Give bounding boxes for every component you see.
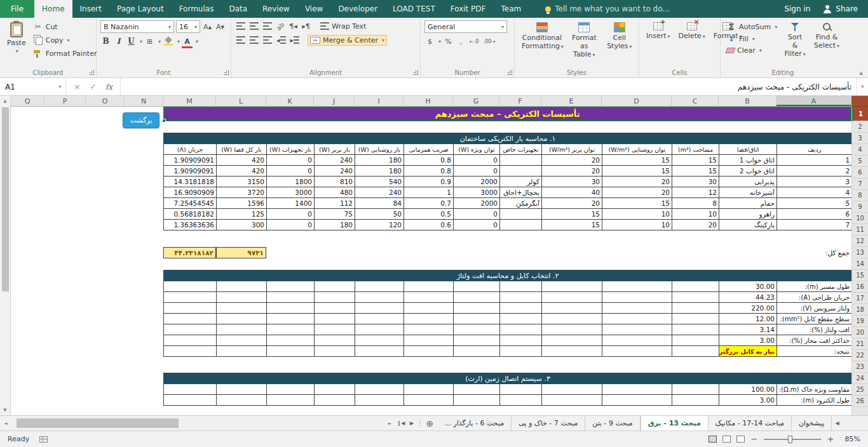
format-painter-button[interactable]: Format Painter <box>31 48 99 59</box>
empty-cell[interactable] <box>454 384 500 395</box>
empty-cell[interactable] <box>672 335 719 346</box>
row-header-17[interactable]: 17 <box>852 293 868 304</box>
empty-cell[interactable] <box>500 292 542 303</box>
row-header-15[interactable]: 15 <box>852 270 868 281</box>
data-cell[interactable]: 300 <box>217 220 267 230</box>
empty-cell[interactable] <box>164 303 217 314</box>
value-cell[interactable]: 12.00 <box>719 314 777 324</box>
data-cell[interactable]: 20 <box>602 177 672 187</box>
data-cell[interactable]: 1400 <box>267 198 315 209</box>
row-header-8[interactable]: 8 <box>852 190 868 201</box>
insert-cells-button[interactable]: Insert▾ <box>643 20 674 67</box>
data-cell[interactable]: 0.5 <box>404 209 454 220</box>
empty-cell[interactable] <box>602 384 672 395</box>
empty-cell[interactable] <box>217 335 267 346</box>
empty-cell[interactable] <box>500 303 542 314</box>
data-cell[interactable]: 75 <box>315 209 355 220</box>
row-header-6[interactable]: 6 <box>852 167 868 178</box>
orientation-icon[interactable]: ab <box>275 20 286 32</box>
section3-header[interactable]: ٣. سیستم اتصال زمین (ارت) <box>164 373 852 384</box>
data-cell[interactable]: 20 <box>542 155 602 166</box>
row-header-5[interactable]: 5 <box>852 156 868 167</box>
column-header-G[interactable]: G <box>453 96 499 106</box>
data-cell[interactable]: 1.90909091 <box>164 155 217 166</box>
vertical-scroll-thumb[interactable] <box>2 107 9 291</box>
data-cell[interactable]: 4 <box>777 187 852 198</box>
column-header-cell[interactable]: بار تجهیزات (W) <box>267 144 315 155</box>
row-header-23[interactable]: 23 <box>852 361 868 373</box>
data-cell[interactable]: 15 <box>672 166 719 177</box>
empty-cell[interactable] <box>500 335 542 346</box>
number-format-select[interactable]: General▾ <box>424 20 507 33</box>
empty-cell[interactable] <box>672 292 719 303</box>
empty-cell[interactable] <box>404 314 454 324</box>
font-dialog-launcher[interactable] <box>224 70 229 75</box>
zoom-level[interactable]: 85% <box>840 435 860 443</box>
data-cell[interactable]: یخچال+اجاق <box>500 187 542 198</box>
empty-cell[interactable] <box>404 292 454 303</box>
column-header-cell[interactable]: بار کل فضا (W) <box>217 144 267 155</box>
label-cell[interactable]: ولتاژ سرویس (V): <box>777 303 852 314</box>
data-cell[interactable]: 0.7 <box>404 198 454 209</box>
value-cell[interactable]: 3.00 <box>719 395 777 406</box>
zoom-slider-thumb[interactable] <box>788 436 792 443</box>
data-cell[interactable] <box>500 209 542 220</box>
rtl-direction-icon[interactable]: ▸¶ <box>301 20 311 32</box>
row-header-12[interactable]: 12 <box>852 236 868 247</box>
data-cell[interactable]: 3000 <box>454 187 500 198</box>
scroll-up-icon[interactable]: ▲ <box>0 96 11 106</box>
find-select-button[interactable]: Find & Select▾ <box>811 20 843 67</box>
decrease-indent-icon[interactable]: ◂ <box>275 34 287 46</box>
empty-cell[interactable] <box>217 281 267 292</box>
data-cell[interactable]: 810 <box>315 177 355 187</box>
column-header-M[interactable]: M <box>163 96 216 106</box>
empty-cell[interactable] <box>454 335 500 346</box>
data-cell[interactable]: اتاق خواب 2 <box>719 166 777 177</box>
column-header-B[interactable]: B <box>719 96 776 106</box>
value-cell[interactable]: 44.23 <box>719 292 777 303</box>
enter-icon[interactable]: ✓ <box>90 82 97 91</box>
conditional-formatting-button[interactable]: Conditional Formatting▾ <box>519 20 566 67</box>
data-cell[interactable]: 240 <box>315 166 355 177</box>
empty-cell[interactable] <box>164 335 217 346</box>
empty-cell[interactable] <box>454 314 500 324</box>
value-cell[interactable]: 3.00 <box>719 335 777 346</box>
result-cell[interactable]: نیاز به کابل بزرگتر <box>719 346 777 357</box>
data-cell[interactable]: 1 <box>404 187 454 198</box>
empty-cell[interactable] <box>164 281 217 292</box>
ltr-direction-icon[interactable]: ¶◂ <box>288 20 299 32</box>
scroll-down-icon[interactable]: ▼ <box>0 405 11 415</box>
data-cell[interactable]: 10 <box>672 209 719 220</box>
page-layout-view-icon[interactable] <box>722 436 731 443</box>
empty-cell[interactable] <box>602 292 672 303</box>
row-header-14[interactable]: 14 <box>852 258 868 270</box>
first-sheet-icon[interactable]: ❙◀ <box>395 416 406 430</box>
data-cell[interactable]: 8 <box>672 198 719 209</box>
empty-cell[interactable] <box>267 314 315 324</box>
ribbon-tab-formulas[interactable]: Formulas <box>172 0 222 18</box>
data-cell[interactable]: 30 <box>672 177 719 187</box>
empty-cell[interactable] <box>454 346 500 357</box>
label-cell[interactable]: طول مسیر (m): <box>777 281 852 292</box>
empty-cell[interactable] <box>454 395 500 406</box>
accounting-format-icon[interactable]: $ <box>424 36 435 47</box>
ribbon-tab-review[interactable]: Review <box>255 0 297 18</box>
data-cell[interactable]: 2000 <box>454 177 500 187</box>
empty-cell[interactable] <box>672 395 719 406</box>
total-label[interactable]: جمع کل: <box>776 247 851 258</box>
data-cell[interactable]: 1.36363636 <box>164 220 217 230</box>
file-tab[interactable]: File <box>0 0 34 18</box>
empty-cell[interactable] <box>454 324 500 335</box>
data-cell[interactable]: 240 <box>315 155 355 166</box>
empty-cell[interactable] <box>404 384 454 395</box>
ribbon-tab-view[interactable]: View <box>297 0 330 18</box>
name-box[interactable]: A1 <box>0 78 55 95</box>
empty-cell[interactable] <box>267 281 315 292</box>
empty-cell[interactable] <box>217 384 267 395</box>
ribbon-tab-load-test[interactable]: LOAD TEST <box>385 0 443 18</box>
tell-me-box[interactable]: Tell me what you want to do... <box>545 0 670 18</box>
row-header-24[interactable]: 24 <box>852 373 868 384</box>
data-cell[interactable]: 0.6 <box>404 220 454 230</box>
data-cell[interactable]: 0.56818182 <box>164 209 217 220</box>
empty-cell[interactable] <box>500 281 542 292</box>
